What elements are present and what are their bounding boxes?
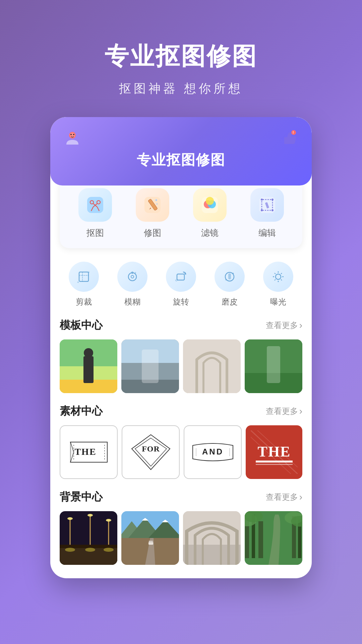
filter-icon	[193, 188, 227, 222]
svg-point-45	[276, 274, 281, 279]
tool-filter[interactable]: 滤镜	[186, 188, 233, 239]
svg-text:+: +	[77, 280, 79, 284]
svg-rect-105	[149, 541, 153, 542]
hero-subtitle: 抠图神器 想你所想	[119, 80, 243, 97]
materials-grid: THE FOR AND	[60, 425, 302, 479]
hero-title: 专业抠图修图	[105, 40, 257, 72]
bg-thumb-3[interactable]	[183, 511, 241, 565]
template-thumb-2[interactable]	[121, 339, 179, 393]
svg-line-50	[275, 273, 276, 274]
cutout-icon	[78, 188, 112, 222]
svg-rect-38	[177, 274, 184, 280]
svg-rect-83	[256, 461, 293, 463]
svg-point-35	[131, 275, 134, 278]
svg-text:✦: ✦	[232, 272, 234, 275]
bg-thumb-2[interactable]	[121, 511, 179, 565]
svg-point-58	[84, 348, 93, 358]
template-thumb-4[interactable]	[245, 339, 302, 393]
materials-more[interactable]: 查看更多	[266, 406, 302, 417]
materials-header: 素材中心 查看更多	[60, 404, 302, 419]
backgrounds-title: 背景中心	[60, 490, 103, 504]
svg-text:✦: ✦	[225, 278, 227, 281]
svg-line-52	[281, 273, 282, 274]
crop-icon: + +	[69, 262, 99, 292]
like-icon[interactable]: !	[281, 129, 298, 147]
quick-tool-exposure[interactable]: 曝光	[258, 262, 298, 307]
skin-icon: ✦ ✦	[215, 262, 245, 292]
templates-header: 模板中心 查看更多	[60, 318, 302, 333]
bg-thumb-4[interactable]	[245, 511, 302, 565]
sticker-thumb-1[interactable]: THE	[60, 425, 118, 479]
main-tools-card: 抠图 ✦ ✦	[60, 177, 302, 248]
svg-text:AND: AND	[202, 447, 224, 456]
svg-rect-63	[183, 339, 241, 393]
templates-title: 模板中心	[60, 318, 103, 333]
materials-title: 素材中心	[60, 404, 103, 419]
svg-text:↺: ↺	[175, 278, 178, 282]
svg-rect-57	[83, 356, 94, 383]
phone-header: ! 专业抠图修图	[50, 117, 312, 185]
edit-label: 编辑	[258, 227, 276, 239]
sticker-thumb-2[interactable]: FOR	[122, 425, 180, 479]
exposure-label: 曝光	[270, 297, 286, 307]
cutout-label: 抠图	[86, 227, 104, 239]
svg-point-96	[104, 548, 114, 552]
phone-header-title: 专业抠图修图	[64, 151, 298, 169]
svg-text:+: +	[88, 270, 90, 274]
svg-point-3	[73, 134, 74, 135]
svg-rect-62	[142, 350, 159, 383]
svg-rect-104	[148, 542, 153, 545]
phone-header-icons: !	[64, 129, 298, 147]
backgrounds-grid	[60, 511, 302, 565]
templates-section: 模板中心 查看更多	[60, 318, 302, 393]
svg-rect-84	[256, 464, 293, 465]
backgrounds-section: 背景中心 查看更多	[60, 490, 302, 565]
svg-line-51	[281, 279, 282, 280]
template-thumb-3[interactable]	[183, 339, 241, 393]
svg-text:+: +	[134, 271, 136, 275]
tool-retouch[interactable]: ✦ ✦ 修图	[129, 188, 176, 239]
svg-point-88	[67, 517, 73, 520]
retouch-icon: ✦ ✦	[136, 188, 169, 222]
backgrounds-header: 背景中心 查看更多	[60, 490, 302, 504]
avatar-icon[interactable]	[64, 129, 81, 147]
svg-point-26	[261, 209, 263, 211]
crop-label: 剪裁	[76, 297, 92, 307]
exposure-icon	[263, 262, 293, 292]
svg-rect-42	[228, 273, 231, 279]
templates-more[interactable]: 查看更多	[266, 320, 302, 331]
filter-label: 滤镜	[201, 227, 219, 239]
backgrounds-more[interactable]: 查看更多	[266, 492, 302, 502]
template-thumb-1[interactable]	[60, 339, 117, 393]
quick-tool-blur[interactable]: + 模糊	[112, 262, 153, 307]
svg-rect-66	[267, 346, 280, 383]
svg-rect-107	[183, 545, 241, 565]
sticker-thumb-4[interactable]: THE	[246, 425, 302, 479]
svg-point-92	[106, 519, 111, 522]
tool-cutout[interactable]: 抠图	[72, 188, 119, 239]
sticker-thumb-3[interactable]: AND	[184, 425, 242, 479]
templates-grid	[60, 339, 302, 393]
quick-tool-crop[interactable]: + + 剪裁	[64, 262, 104, 307]
svg-point-94	[65, 548, 75, 552]
blur-label: 模糊	[124, 297, 140, 307]
materials-section: 素材中心 查看更多 THE FOR	[60, 404, 302, 479]
bg-thumb-1[interactable]	[60, 511, 117, 565]
blur-icon: +	[117, 262, 147, 292]
svg-text:✦: ✦	[155, 198, 158, 203]
svg-point-90	[87, 514, 93, 517]
svg-text:✦: ✦	[156, 203, 158, 206]
svg-point-24	[261, 199, 263, 201]
edit-icon	[250, 188, 284, 222]
quick-tool-skin[interactable]: ✦ ✦ 磨皮	[209, 262, 250, 307]
svg-point-2	[70, 134, 72, 135]
svg-point-25	[272, 199, 274, 201]
rotate-icon: ↺	[166, 262, 196, 292]
svg-point-21	[206, 197, 214, 205]
quick-tool-rotate[interactable]: ↺ 旋转	[161, 262, 201, 307]
tool-edit[interactable]: 编辑	[244, 188, 291, 239]
svg-line-53	[275, 279, 276, 280]
svg-text:FOR: FOR	[142, 444, 160, 453]
svg-point-27	[272, 209, 274, 211]
svg-point-95	[85, 548, 95, 552]
